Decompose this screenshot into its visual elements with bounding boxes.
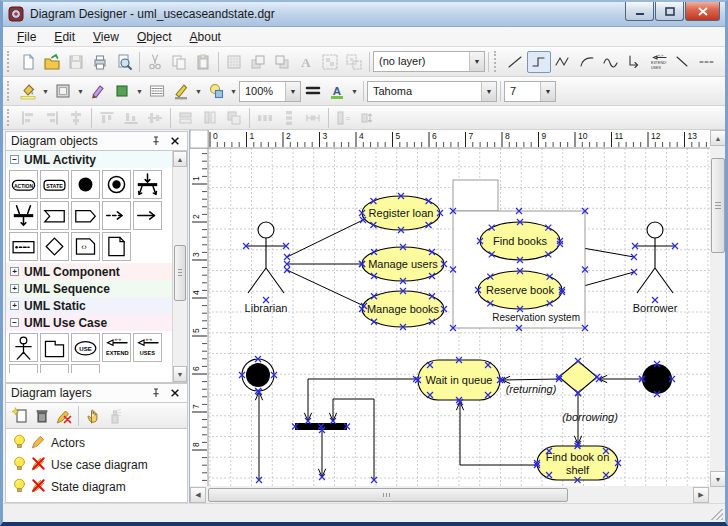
connector-line[interactable]	[287, 220, 363, 257]
diagram-canvas[interactable]: LibrarianBorrowerReservation systemRegis…	[190, 130, 710, 486]
shape-final[interactable]	[242, 359, 274, 391]
font-combo-arrow[interactable]: ▼	[481, 82, 496, 101]
palette-scroll-thumb[interactable]	[174, 245, 186, 301]
size-combo-arrow[interactable]: ▼	[540, 82, 555, 101]
layer-visible-icon[interactable]	[11, 477, 28, 497]
connector-line[interactable]	[308, 379, 416, 421]
menu-object[interactable]: Object	[128, 28, 181, 46]
collapse-icon[interactable]: −	[10, 318, 19, 327]
line-width-icon[interactable]	[301, 80, 325, 102]
palette-uc-package[interactable]	[40, 333, 69, 362]
toolbar-grip[interactable]	[7, 51, 12, 71]
fmt-dropdown-arrow[interactable]: ▼	[75, 80, 86, 102]
collapse-icon[interactable]: −	[10, 155, 19, 164]
vertical-scroll-thumb[interactable]	[711, 158, 725, 253]
close-icon[interactable]	[167, 134, 182, 149]
line-dashed-icon[interactable]	[695, 51, 719, 73]
palette-act-note[interactable]	[102, 232, 131, 261]
line-step-icon[interactable]	[527, 51, 551, 73]
line-extends-uses-icon[interactable]: «-»EXTEND!USES	[647, 51, 671, 73]
palette-item-clipped[interactable]	[71, 364, 100, 373]
section-uml-use-case[interactable]: −UML Use Case	[6, 314, 187, 331]
font-color-icon[interactable]: A	[325, 80, 349, 102]
layer-row-state-diagram[interactable]: State diagram	[6, 476, 187, 498]
zoom-combo[interactable]: 100%▼	[239, 81, 301, 102]
new-page-icon[interactable]	[16, 51, 40, 73]
menu-view[interactable]: View	[84, 28, 128, 46]
fmt-dropdown-arrow[interactable]: ▼	[193, 80, 204, 102]
layer-row-use-case-diagram[interactable]: Use case diagram	[6, 454, 187, 476]
palette-act-dashed-arrow[interactable]	[102, 201, 131, 230]
expand-icon[interactable]: +	[10, 301, 19, 310]
fmt-dropdown-arrow[interactable]: ▼	[40, 80, 51, 102]
connector-line[interactable]	[502, 379, 559, 380]
palette-scroll-up[interactable]: ▲	[173, 151, 187, 167]
section-uml-component[interactable]: +UML Component	[6, 263, 187, 280]
palette-uc-extends[interactable]: «-»EXTENDS	[102, 333, 131, 362]
layer-combo-arrow[interactable]: ▼	[469, 52, 484, 71]
hatch-style-icon[interactable]	[145, 80, 169, 102]
print-preview-icon[interactable]	[112, 51, 136, 73]
size-combo[interactable]: 7▼	[504, 81, 556, 102]
shape-diamond[interactable]	[559, 361, 597, 393]
layer-combo[interactable]: (no layer)▼	[373, 51, 485, 72]
palette-scroll-down[interactable]: ▼	[173, 366, 187, 382]
layer-new-icon[interactable]	[9, 405, 31, 427]
open-folder-icon[interactable]	[40, 51, 64, 73]
palette-act-join[interactable]	[9, 201, 38, 230]
menu-about[interactable]: About	[181, 28, 230, 46]
shape-shadow-icon[interactable]	[204, 80, 228, 102]
connector-line[interactable]	[287, 270, 364, 306]
pin-icon[interactable]	[148, 134, 163, 149]
menu-file[interactable]: File	[8, 28, 45, 46]
scroll-down-arrow[interactable]: ▼	[710, 471, 726, 487]
border-gradient-icon[interactable]	[51, 80, 75, 102]
pin-icon[interactable]	[148, 386, 163, 401]
palette-act-object[interactable]: ‹›	[71, 232, 100, 261]
palette-act-action[interactable]: ACTION	[9, 170, 38, 199]
layer-locked-icon[interactable]	[30, 455, 47, 475]
expand-icon[interactable]: +	[10, 267, 19, 276]
solid-green-icon[interactable]	[110, 80, 134, 102]
zoom-combo-arrow[interactable]: ▼	[285, 82, 300, 101]
maximize-button[interactable]	[655, 2, 684, 21]
line-corner-icon[interactable]	[623, 51, 647, 73]
scroll-up-arrow[interactable]: ▲	[710, 130, 726, 146]
palette-act-initial[interactable]	[71, 170, 100, 199]
section-uml-activity[interactable]: −UML Activity	[6, 151, 187, 168]
line-diagonal-icon[interactable]	[671, 51, 695, 73]
section-uml-sequence[interactable]: +UML Sequence	[6, 280, 187, 297]
palette-act-receive[interactable]	[40, 201, 69, 230]
layer-visible-icon[interactable]	[11, 433, 28, 453]
palette-item-clipped[interactable]	[40, 364, 69, 373]
palette-act-decision[interactable]	[40, 232, 69, 261]
palette-uc-actor[interactable]	[9, 333, 38, 362]
palette-act-arrow[interactable]	[133, 201, 162, 230]
menu-edit[interactable]: Edit	[45, 28, 84, 46]
close-icon[interactable]	[167, 386, 182, 401]
palette-scrollbar[interactable]: ▲▼	[172, 151, 187, 382]
palette-uc-uses[interactable]: «-»USES	[133, 333, 162, 362]
line-zigzag-icon[interactable]	[551, 51, 575, 73]
fmt-dropdown-arrow[interactable]: ▼	[134, 80, 145, 102]
palette-uc-use[interactable]: USE	[71, 333, 100, 362]
horizontal-scrollbar[interactable]: ◀ ▶	[190, 487, 725, 503]
print-icon[interactable]	[88, 51, 112, 73]
layer-select-icon[interactable]	[82, 405, 104, 427]
toolbar-grip[interactable]	[7, 109, 12, 125]
brush-icon[interactable]	[86, 80, 110, 102]
layer-editable-icon[interactable]	[30, 433, 47, 453]
layer-row-actors[interactable]: Actors	[6, 432, 187, 454]
font-combo[interactable]: Tahoma▼	[367, 81, 497, 102]
expand-icon[interactable]: +	[10, 284, 19, 293]
toolbar-grip[interactable]	[7, 81, 12, 101]
layer-rename-icon[interactable]	[53, 405, 75, 427]
connector-line[interactable]	[460, 402, 537, 465]
line-curve-icon[interactable]	[599, 51, 623, 73]
connector-line[interactable]	[333, 399, 374, 480]
layer-delete-icon[interactable]	[31, 405, 53, 427]
close-button[interactable]	[685, 2, 720, 21]
section-uml-static[interactable]: +UML Static	[6, 297, 187, 314]
resize-grip[interactable]	[711, 508, 723, 520]
layer-locked-icon[interactable]	[30, 477, 47, 497]
